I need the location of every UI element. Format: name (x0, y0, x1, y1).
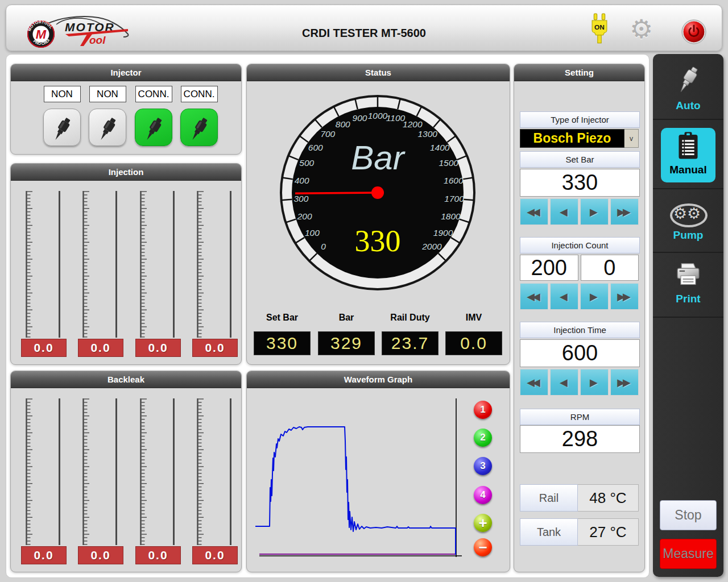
svg-text:1400: 1400 (430, 143, 450, 152)
gauge-rail (59, 191, 60, 338)
set-bar-fast-down-button[interactable]: ◀◀ (520, 198, 548, 225)
stop-button[interactable]: Stop (660, 500, 717, 530)
sidebar-item-print[interactable]: Print (653, 254, 723, 318)
set-bar-fast-up-button[interactable]: ▶▶ (610, 198, 639, 225)
injection-count-fast-up-button[interactable]: ▶▶ (610, 283, 639, 310)
settings-gear-icon[interactable]: ⚙ (630, 16, 653, 41)
svg-text:330: 330 (355, 224, 401, 258)
dropdown-arrow-button[interactable]: v (624, 129, 639, 148)
sidebar-label-auto: Auto (653, 99, 723, 112)
set-bar-down-button[interactable]: ◀ (550, 198, 578, 225)
injector-channel-3: CONN. (135, 86, 172, 146)
backleak-value-2: 0.0 (78, 546, 123, 564)
readout-value: 23.7 (382, 331, 439, 355)
scale-ruler (26, 191, 35, 338)
svg-text:400: 400 (295, 176, 309, 185)
measure-button[interactable]: Measure (660, 539, 717, 569)
scale-ruler (26, 398, 35, 545)
injection-value-4: 0.0 (192, 339, 238, 357)
backleak-gauge-1: 0.0 (21, 398, 67, 564)
power-plug-icon[interactable]: ON (588, 13, 611, 47)
injection-time-up-button[interactable]: ▶ (580, 369, 609, 396)
gauge-rail (230, 191, 231, 338)
readout-setbar: Set Bar 330 (254, 313, 311, 355)
injector-button-2[interactable] (89, 109, 126, 146)
setting-panel: Setting Type of Injector Bosch Piezo v S… (514, 64, 645, 572)
scale-ruler (82, 191, 92, 338)
sidebar-item-manual[interactable]: Manual (653, 121, 723, 189)
injector-status-label-3: CONN. (135, 86, 172, 102)
readout-label: Set Bar (254, 313, 311, 324)
injector-panel-title: Injector (11, 64, 241, 81)
backleak-value-4: 0.0 (192, 546, 238, 564)
injection-time-fast-down-button[interactable]: ◀◀ (520, 369, 548, 396)
scale-ruler (197, 398, 206, 545)
gauge-rail (115, 398, 117, 545)
manual-active-tile[interactable]: Manual (661, 128, 715, 182)
rail-temp-row: Rail 48 °C (520, 484, 639, 512)
injection-panel: Injection 0.0 0.0 0.0 0.0 (10, 163, 242, 365)
status-panel-title: Status (247, 64, 510, 81)
channel-1-button[interactable]: 1 (474, 401, 492, 419)
svg-text:800: 800 (336, 119, 350, 129)
injection-time-fast-up-button[interactable]: ▶▶ (610, 369, 639, 396)
svg-text:300: 300 (293, 194, 308, 203)
tank-temp-label: Tank (520, 518, 578, 546)
channel-3-button[interactable]: 3 (474, 457, 492, 475)
injection-count-current: 0 (581, 255, 639, 281)
svg-text:0: 0 (321, 242, 326, 251)
readout-value: 329 (318, 331, 375, 355)
waveform-panel: Waveform Graph 1 2 3 4 + − (246, 371, 510, 572)
injector-button-3[interactable] (135, 109, 172, 146)
injection-count-arrows: ◀◀ ◀ ▶ ▶▶ (520, 283, 639, 310)
svg-text:1900: 1900 (433, 228, 453, 238)
set-bar-up-button[interactable]: ▶ (580, 198, 609, 225)
injection-time-down-button[interactable]: ◀ (550, 369, 578, 396)
injector-status-label-1: NON (44, 86, 81, 102)
gauge-rail (230, 398, 231, 545)
type-of-injector-label: Type of Injector (520, 111, 640, 128)
svg-text:500: 500 (299, 158, 314, 168)
channel-4-button[interactable]: 4 (474, 486, 492, 504)
injection-gauge-1: 0.0 (21, 191, 67, 357)
injection-count-label: Injection Count (520, 237, 640, 253)
svg-text:600: 600 (308, 143, 323, 152)
rpm-label: RPM (520, 409, 640, 425)
zoom-in-button[interactable]: + (474, 514, 492, 532)
header-bar: MOTORTOOL PRO CRDI M MOTOR ool CRDI TEST… (6, 5, 722, 51)
scale-ruler (140, 398, 149, 545)
injector-channel-1: NON (43, 86, 81, 146)
svg-text:1600: 1600 (444, 176, 464, 185)
injection-count-fast-down-button[interactable]: ◀◀ (520, 283, 548, 310)
injector-type-dropdown[interactable]: Bosch Piezo v (520, 129, 639, 148)
svg-text:1300: 1300 (417, 129, 437, 139)
channel-2-button[interactable]: 2 (474, 429, 492, 447)
injector-button-1[interactable] (43, 109, 81, 146)
injector-button-4[interactable] (180, 109, 218, 146)
injection-count-values: 200 0 (520, 255, 639, 281)
backleak-panel-title: Backleak (11, 371, 241, 388)
pump-gears-icon: ⚙ ⚙ (669, 202, 708, 227)
setting-panel-title: Setting (514, 64, 644, 81)
scale-ruler (82, 398, 92, 545)
set-bar-value: 330 (520, 169, 640, 197)
injector-channel-4: CONN. (180, 86, 218, 146)
injector-status-label-4: CONN. (181, 86, 218, 102)
power-button[interactable] (681, 19, 707, 47)
injection-count-up-button[interactable]: ▶ (580, 283, 609, 310)
sidebar-item-pump[interactable]: ⚙ ⚙ Pump (653, 190, 723, 253)
scale-ruler (140, 191, 149, 338)
tank-temp-row: Tank 27 °C (520, 518, 639, 546)
injection-count-down-button[interactable]: ◀ (550, 283, 578, 310)
backleak-gauge-2: 0.0 (78, 398, 123, 564)
sidebar: Auto Manual (653, 54, 723, 577)
svg-text:100: 100 (305, 228, 320, 238)
waveform-panel-title: Waveform Graph (247, 371, 510, 388)
auto-injector-icon (673, 64, 704, 95)
sidebar-item-auto[interactable]: Auto (653, 54, 723, 120)
zoom-out-button[interactable]: − (474, 538, 492, 556)
svg-text:2000: 2000 (421, 242, 442, 251)
readout-bar: Bar 329 (318, 313, 375, 355)
gauge-rail (59, 398, 60, 545)
injector-type-value[interactable]: Bosch Piezo (520, 129, 624, 148)
